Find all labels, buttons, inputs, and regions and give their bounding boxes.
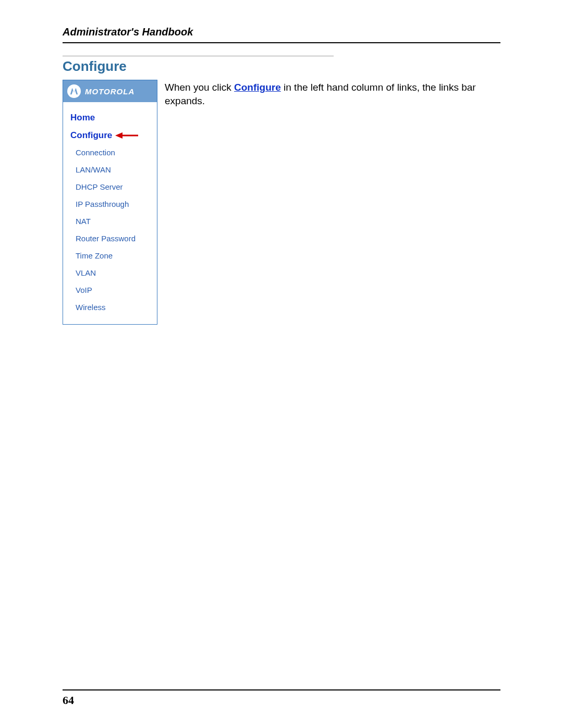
running-head: Administrator's Handbook [63,26,500,38]
footer-rule [63,689,500,690]
svg-marker-1 [115,132,123,139]
brand-bar: MOTOROLA [63,80,157,102]
nav-list: Home Configure Connection LAN/WAN DHCP S… [63,102,157,312]
document-page: Administrator's Handbook Configure MOTOR… [0,0,563,728]
callout-arrow-icon [115,132,138,139]
page-number: 64 [63,694,500,707]
content-row: MOTOROLA Home Configure Connection [63,80,500,325]
nav-sub-ip-passthrough[interactable]: IP Passthrough [76,200,152,208]
nav-sub-voip[interactable]: VoIP [76,286,152,294]
motorola-logo-icon [67,84,81,98]
nav-home[interactable]: Home [70,113,152,123]
section-rule [63,56,334,56]
nav-sub-nat[interactable]: NAT [76,217,152,226]
router-sidebar-screenshot: MOTOROLA Home Configure Connection [63,80,157,325]
page-footer: 64 [63,689,500,707]
body-paragraph: When you click Configure in the left han… [165,80,500,107]
nav-sub-time-zone[interactable]: Time Zone [76,251,152,260]
nav-sub-dhcp-server[interactable]: DHCP Server [76,182,152,191]
nav-sub-vlan[interactable]: VLAN [76,268,152,277]
nav-sub-wireless[interactable]: Wireless [76,303,152,312]
brand-wordmark: MOTOROLA [85,87,134,96]
nav-sub-lan-wan[interactable]: LAN/WAN [76,165,152,174]
body-pre: When you click [165,82,234,93]
section-title: Configure [63,58,500,75]
nav-configure-label: Configure [70,130,112,141]
header-rule [63,42,500,43]
nav-home-label: Home [70,113,95,123]
body-keyword: Configure [234,82,281,93]
nav-configure[interactable]: Configure [70,130,152,141]
nav-sub-router-password[interactable]: Router Password [76,234,152,243]
nav-sub-connection[interactable]: Connection [76,148,152,157]
